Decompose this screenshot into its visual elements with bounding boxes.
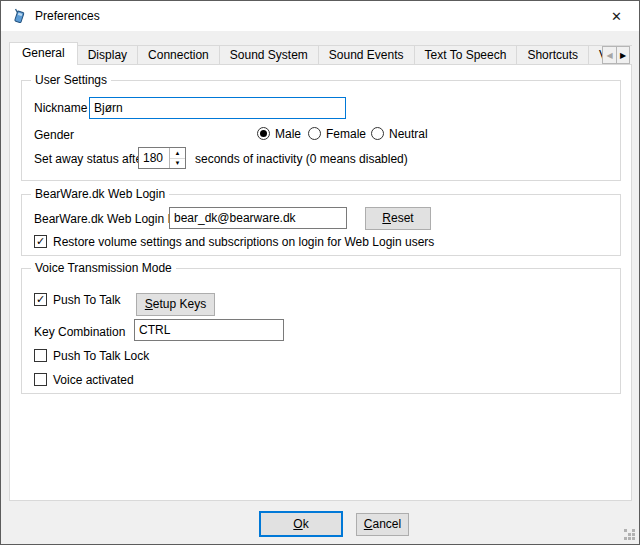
resize-grip[interactable] bbox=[624, 529, 636, 541]
radio-circle-icon bbox=[308, 127, 321, 140]
checkmark-icon: ✓ bbox=[36, 236, 45, 247]
restore-volume-label: Restore volume settings and subscription… bbox=[53, 235, 434, 249]
key-combination-label: Key Combination bbox=[34, 325, 125, 340]
gender-radio-male-label: Male bbox=[275, 127, 301, 141]
tab-display[interactable]: Display bbox=[77, 45, 138, 65]
gender-radio-male[interactable]: Male bbox=[257, 126, 301, 141]
checkbox-box-icon: ✓ bbox=[34, 349, 47, 362]
spin-down-icon[interactable]: ▼ bbox=[170, 159, 185, 169]
tab-scroll-left-icon[interactable]: ◀ bbox=[602, 46, 616, 64]
away-seconds-spinner[interactable]: 180 ▲ ▼ bbox=[138, 147, 186, 169]
window-title: Preferences bbox=[35, 9, 100, 23]
setup-keys-button-accel: S bbox=[145, 297, 153, 311]
push-to-talk-label: Push To Talk bbox=[53, 293, 121, 307]
gender-radio-female-label: Female bbox=[326, 127, 366, 141]
web-login-id-label: BearWare.dk Web Login ID bbox=[34, 212, 179, 227]
close-icon[interactable]: ✕ bbox=[594, 1, 639, 31]
reset-button[interactable]: Reset bbox=[365, 207, 431, 230]
radio-circle-icon bbox=[257, 127, 270, 140]
spinner-buttons: ▲ ▼ bbox=[169, 148, 185, 168]
voice-transmission-group-title: Voice Transmission Mode bbox=[31, 261, 176, 275]
ok-button[interactable]: Ok bbox=[259, 511, 343, 537]
reset-button-label: eset bbox=[391, 211, 414, 225]
tab-bar: General Display Connection Sound System … bbox=[9, 42, 632, 65]
checkbox-box-icon: ✓ bbox=[34, 293, 47, 306]
voice-activated-label: Voice activated bbox=[53, 373, 134, 387]
tab-general[interactable]: General bbox=[9, 42, 78, 65]
web-login-group-title: BearWare.dk Web Login bbox=[31, 187, 169, 201]
away-status-prefix-label: Set away status after bbox=[34, 152, 146, 167]
checkbox-box-icon: ✓ bbox=[34, 373, 47, 386]
push-to-talk-checkbox[interactable]: ✓ Push To Talk bbox=[34, 292, 121, 307]
reset-button-accel: R bbox=[382, 211, 391, 225]
web-login-id-input[interactable] bbox=[169, 207, 347, 229]
push-to-talk-lock-checkbox[interactable]: ✓ Push To Talk Lock bbox=[34, 348, 149, 363]
away-seconds-value: 180 bbox=[139, 148, 169, 168]
ok-button-accel: O bbox=[293, 517, 302, 531]
gender-radio-neutral-label: Neutral bbox=[389, 127, 428, 141]
user-settings-group-title: User Settings bbox=[31, 73, 111, 87]
setup-keys-button[interactable]: Setup Keys bbox=[136, 293, 215, 316]
voice-activated-checkbox[interactable]: ✓ Voice activated bbox=[34, 372, 134, 387]
preferences-dialog: Preferences ✕ General Display Connection… bbox=[0, 0, 640, 545]
gender-radio-female[interactable]: Female bbox=[308, 126, 366, 141]
app-walkie-talkie-icon bbox=[11, 8, 27, 24]
gender-radio-neutral[interactable]: Neutral bbox=[371, 126, 428, 141]
gender-label: Gender bbox=[34, 128, 74, 143]
checkmark-icon: ✓ bbox=[36, 294, 45, 305]
key-combination-input[interactable] bbox=[134, 319, 284, 341]
tab-sound-events[interactable]: Sound Events bbox=[318, 45, 415, 65]
cancel-button[interactable]: Cancel bbox=[356, 513, 409, 536]
nickname-input[interactable] bbox=[89, 97, 346, 119]
tab-shortcuts[interactable]: Shortcuts bbox=[516, 45, 589, 65]
tab-scroll-buttons: ◀ ▶ bbox=[602, 46, 630, 64]
tab-scroll-right-icon[interactable]: ▶ bbox=[616, 46, 630, 64]
title-bar: Preferences ✕ bbox=[1, 1, 639, 31]
radio-circle-icon bbox=[371, 127, 384, 140]
push-to-talk-lock-label: Push To Talk Lock bbox=[53, 349, 149, 363]
tab-connection[interactable]: Connection bbox=[137, 45, 220, 65]
spin-up-icon[interactable]: ▲ bbox=[170, 148, 185, 159]
restore-volume-checkbox[interactable]: ✓ Restore volume settings and subscripti… bbox=[34, 234, 434, 249]
checkbox-box-icon: ✓ bbox=[34, 235, 47, 248]
tab-text-to-speech[interactable]: Text To Speech bbox=[414, 45, 518, 65]
ok-button-label: k bbox=[303, 517, 309, 531]
cancel-button-label: ancel bbox=[372, 517, 401, 531]
nickname-label: Nickname bbox=[34, 101, 87, 116]
setup-keys-button-label: etup Keys bbox=[153, 297, 206, 311]
tab-sound-system[interactable]: Sound System bbox=[219, 45, 319, 65]
away-status-suffix-label: seconds of inactivity (0 means disabled) bbox=[195, 152, 408, 167]
